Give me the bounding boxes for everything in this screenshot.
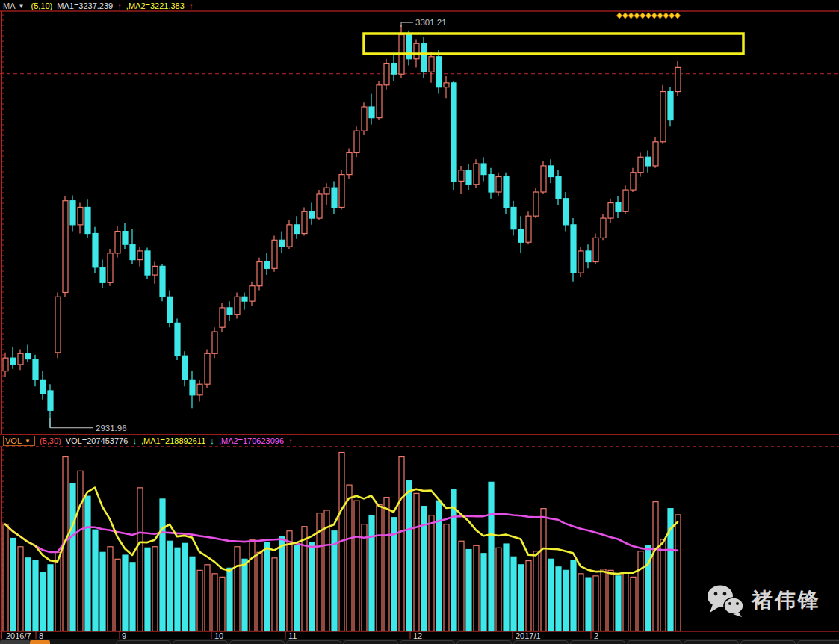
- candle-body: [436, 57, 442, 87]
- bottom-tab[interactable]: [343, 640, 398, 644]
- candle-body: [391, 64, 397, 75]
- bottom-tab[interactable]: [627, 640, 682, 644]
- volume-bar: [384, 498, 389, 631]
- volume-bar: [272, 558, 277, 631]
- volume-bar: [578, 574, 583, 631]
- candle-body: [272, 240, 277, 268]
- candle-body: [130, 244, 135, 259]
- bottom-tab[interactable]: [229, 640, 285, 644]
- candle-body: [190, 380, 195, 394]
- candle-body: [70, 201, 75, 225]
- candle-body: [152, 266, 158, 275]
- candle-body: [451, 83, 456, 182]
- volume-bar: [586, 578, 591, 631]
- volume-bar: [354, 501, 359, 631]
- candle-body: [444, 83, 449, 87]
- volume-bar: [197, 570, 202, 631]
- bottom-tab[interactable]: [173, 640, 228, 644]
- diamond-markers: [616, 13, 680, 19]
- candle-body: [287, 225, 292, 247]
- candle-body: [518, 229, 524, 243]
- candle-body: [145, 251, 150, 275]
- ma1-value: MA1=3237.239: [57, 1, 113, 10]
- candle-body: [317, 194, 322, 218]
- volume-bar: [601, 569, 606, 631]
- ma-indicator-dropdown[interactable]: MA▼: [3, 1, 26, 10]
- candle-body: [489, 175, 494, 192]
- volume-bar: [496, 548, 501, 631]
- volume-bar: [623, 572, 628, 631]
- diamond-icon: [657, 13, 663, 19]
- vol-indicator-label: VOL: [5, 436, 22, 445]
- candle-body: [108, 253, 113, 282]
- bottom-tab[interactable]: [570, 640, 625, 644]
- candle-body: [332, 188, 337, 207]
- bottom-tab[interactable]: [797, 640, 839, 644]
- volume-bar: [362, 524, 367, 631]
- volume-bar: [466, 550, 471, 631]
- candle-body: [250, 286, 255, 301]
- candle-body: [10, 358, 16, 365]
- candle-body: [137, 251, 143, 260]
- candle-body: [616, 203, 621, 212]
- bottom-tab[interactable]: [684, 640, 739, 644]
- bottom-tab[interactable]: [740, 640, 796, 644]
- volume-bar: [302, 527, 307, 631]
- bottom-tab[interactable]: [286, 640, 341, 644]
- volume-bar: [175, 548, 180, 631]
- watermark-text: 褚伟锋: [752, 586, 821, 615]
- volume-bar: [369, 515, 374, 631]
- candle-body: [631, 173, 636, 190]
- volume-bar: [167, 541, 173, 631]
- down-arrow-icon: ↓: [210, 436, 214, 445]
- candle-body: [175, 323, 180, 356]
- vol-value: VOL=207453776: [66, 436, 129, 445]
- candle-body: [309, 211, 315, 218]
- wechat-icon: [707, 584, 744, 617]
- candle-body: [645, 157, 651, 166]
- diamond-icon: [663, 13, 669, 19]
- volume-bar: [48, 565, 53, 631]
- candle-body: [548, 166, 554, 177]
- candle-body: [474, 164, 479, 185]
- volume-bar: [593, 576, 598, 631]
- volume-bar: [108, 547, 113, 631]
- vol-indicator-dropdown[interactable]: VOL▼: [3, 436, 35, 446]
- candle-body: [563, 199, 569, 225]
- volume-pane-header: VOL▼ (5,30) VOL=207453776 ↓ ,MA1=2188926…: [3, 436, 295, 446]
- candle-body: [481, 164, 486, 175]
- bottom-tab[interactable]: [456, 640, 512, 644]
- volume-bar: [3, 524, 8, 631]
- bottom-tab[interactable]: [513, 640, 569, 644]
- ma-indicator-label: MA: [3, 1, 16, 10]
- volume-bar: [571, 561, 576, 631]
- candle-body: [55, 297, 61, 353]
- chevron-down-icon: ▼: [19, 3, 25, 10]
- candle-body: [197, 384, 202, 395]
- high-price-label: 3301.21: [415, 18, 447, 27]
- candle-body: [459, 170, 464, 182]
- down-arrow-icon: ↓: [132, 436, 137, 445]
- candlestick-series: [3, 25, 681, 428]
- candle-body: [93, 234, 98, 267]
- volume-bar: [190, 557, 195, 631]
- volume-bar: [287, 531, 292, 631]
- bottom-tab-bar: [0, 639, 839, 644]
- diamond-icon: [645, 13, 651, 19]
- high-pointer-line: [401, 22, 413, 27]
- bottom-tab[interactable]: [116, 640, 171, 644]
- bottom-tab[interactable]: [400, 640, 455, 644]
- volume-bar: [123, 555, 128, 631]
- candle-body: [362, 107, 367, 131]
- volume-bar: [93, 530, 98, 631]
- candle-body: [33, 359, 38, 380]
- volume-bar: [504, 544, 509, 631]
- candle-body: [264, 262, 270, 269]
- candle-body: [220, 308, 225, 327]
- candle-body: [668, 92, 673, 120]
- volume-bar: [220, 577, 225, 631]
- diamond-icon: [628, 13, 634, 19]
- candle-body: [235, 297, 240, 314]
- candle-body: [167, 297, 173, 323]
- price-pane-header: MA▼ (5,10) MA1=3237.239 ↑ ,MA2=3221.383 …: [3, 1, 195, 11]
